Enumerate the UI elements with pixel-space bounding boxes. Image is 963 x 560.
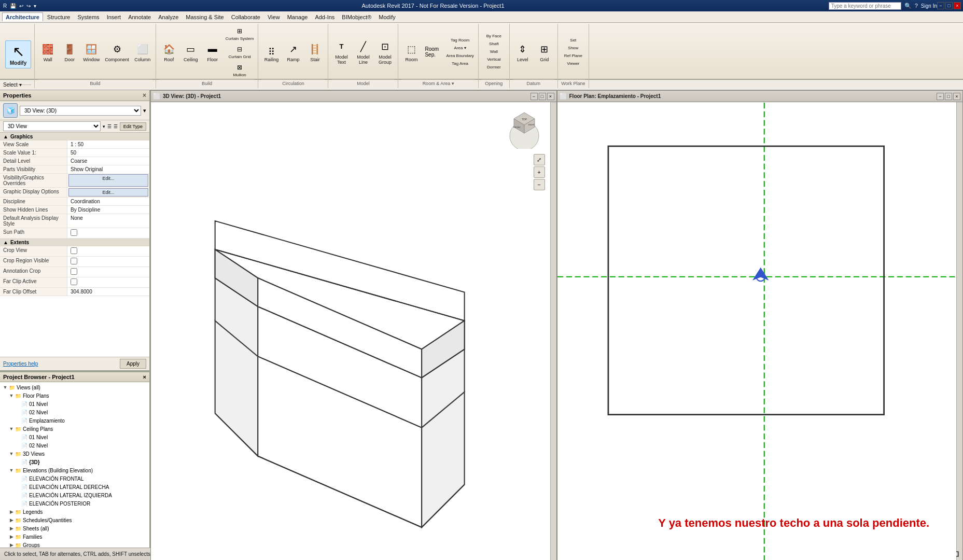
- zoom-extents-btn[interactable]: ⤢: [534, 154, 545, 165]
- tree-01-nivel[interactable]: 📄 01 Nivel: [0, 400, 149, 408]
- view-floor-vscroll[interactable]: [956, 102, 962, 560]
- tree-families[interactable]: ▶ 📁 Families: [0, 533, 149, 541]
- tree-sheets[interactable]: ▶ 📁 Sheets (all): [0, 524, 149, 533]
- tree-02-nivel[interactable]: 📄 02 Nivel: [0, 408, 149, 416]
- save-icon[interactable]: 💾: [9, 3, 17, 9]
- ramp-button[interactable]: ↗ Ramp: [283, 40, 303, 64]
- menu-massing[interactable]: Massing & Site: [183, 13, 227, 21]
- tree-ceiling-02-nivel[interactable]: 📄 02 Nivel: [0, 441, 149, 450]
- tag-area-button[interactable]: Tag Area: [445, 60, 474, 67]
- model-line-button[interactable]: ╱ ModelLine: [353, 37, 373, 66]
- menu-annotate[interactable]: Annotate: [125, 13, 154, 21]
- mullion-button[interactable]: ⊠ Mullion: [225, 61, 255, 78]
- tree-schedules[interactable]: ▶ 📁 Schedules/Quantities: [0, 516, 149, 524]
- roof-button[interactable]: 🏠 Roof: [159, 40, 179, 64]
- revit-logo[interactable]: R: [2, 3, 8, 9]
- tree-legends[interactable]: ▶ 📁 Legends: [0, 508, 149, 516]
- modify-button[interactable]: ↖ Modify: [5, 40, 31, 68]
- tree-3d-view[interactable]: 📄 {3D}: [0, 458, 149, 466]
- component-button[interactable]: ⚙ Component: [103, 40, 131, 64]
- view-dropdown[interactable]: 3D View: (3D): [20, 106, 141, 116]
- shaft-button[interactable]: Shaft: [485, 40, 503, 47]
- view-3d-min[interactable]: −: [531, 93, 538, 100]
- view-3d-close[interactable]: ×: [547, 93, 554, 100]
- show-button[interactable]: Show: [563, 45, 583, 51]
- tree-elev-lateral-der[interactable]: 📄 ELEVACIÓN LATERAL DERECHA: [0, 483, 149, 491]
- undo-icon[interactable]: ↩: [18, 3, 24, 9]
- curtain-grid-button[interactable]: ⊟ Curtain Grid: [225, 43, 255, 60]
- far-clip-checkbox[interactable]: [71, 278, 77, 285]
- floor-button[interactable]: ▬ Floor: [203, 40, 222, 64]
- redo-icon[interactable]: ↪: [25, 3, 32, 9]
- tree-emplazamiento[interactable]: 📄 Emplazamiento: [0, 416, 149, 425]
- close-button[interactable]: ×: [954, 2, 961, 9]
- railing-button[interactable]: ⣶ Railing: [261, 40, 281, 64]
- model-group-button[interactable]: ⊡ ModelGroup: [375, 37, 395, 66]
- crop-region-checkbox[interactable]: [71, 258, 77, 264]
- menu-collaborate[interactable]: Collaborate: [228, 13, 263, 21]
- zoom-in-btn[interactable]: +: [534, 166, 545, 178]
- menu-architecture[interactable]: Architecture: [2, 12, 43, 21]
- model-text-button[interactable]: T ModelText: [331, 37, 351, 66]
- window-button[interactable]: 🪟 Window: [81, 40, 101, 64]
- tree-3d-views[interactable]: ▼ 📁 3D Views: [0, 450, 149, 458]
- annotation-crop-checkbox[interactable]: [71, 268, 77, 275]
- menu-analyze[interactable]: Analyze: [155, 13, 182, 21]
- by-face-button[interactable]: By Face: [485, 33, 503, 39]
- curtain-system-button[interactable]: ⊞ Curtain System: [225, 25, 255, 42]
- menu-insert[interactable]: Insert: [104, 13, 124, 21]
- tree-floor-plans[interactable]: ▼ 📁 Floor Plans: [0, 391, 149, 400]
- tree-ceiling-01-nivel[interactable]: 📄 01 Nivel: [0, 433, 149, 441]
- properties-close-button[interactable]: ×: [143, 92, 146, 99]
- ceiling-button[interactable]: ▭ Ceiling: [181, 40, 201, 64]
- view-3d-canvas[interactable]: TOP FRONT RIGHT ⤢ + −: [151, 102, 550, 560]
- view-floor-min[interactable]: −: [937, 93, 944, 100]
- menu-addins[interactable]: Add-Ins: [312, 13, 338, 21]
- level-button[interactable]: ⇕ Level: [513, 40, 533, 64]
- view-floor-close[interactable]: ×: [953, 93, 960, 100]
- set-button[interactable]: Set: [563, 37, 583, 44]
- tree-views-all[interactable]: ▼ 📁 Views (all): [0, 383, 149, 391]
- tree-ceiling-plans[interactable]: ▼ 📁 Ceiling Plans: [0, 425, 149, 433]
- tree-elevations[interactable]: ▼ 📁 Elevations (Building Elevation): [0, 466, 149, 474]
- menu-structure[interactable]: Structure: [44, 13, 74, 21]
- wall-button[interactable]: 🧱 Wall: [38, 40, 58, 64]
- user-icon[interactable]: Sign In: [921, 3, 937, 9]
- zoom-out-btn[interactable]: −: [534, 179, 545, 190]
- navigation-cube[interactable]: TOP FRONT RIGHT: [504, 107, 545, 149]
- search-icon[interactable]: 🔍: [904, 3, 912, 9]
- edit-type-button[interactable]: Edit Type: [120, 122, 146, 131]
- menu-modify[interactable]: Modify: [375, 13, 398, 21]
- help-icon[interactable]: ?: [915, 3, 918, 9]
- more-tools-icon[interactable]: ▾: [33, 3, 37, 9]
- tag-room-button[interactable]: Tag Room: [445, 37, 474, 44]
- select-dropdown[interactable]: Select ▾: [3, 82, 22, 88]
- wall-opening-button[interactable]: Wall: [485, 48, 503, 55]
- browser-close-button[interactable]: ×: [143, 374, 146, 380]
- room-separator-button[interactable]: Room Sep.: [423, 43, 443, 61]
- properties-help-link[interactable]: Properties help: [3, 361, 38, 367]
- sun-path-checkbox[interactable]: [71, 229, 77, 236]
- stair-button[interactable]: 🪜 Stair: [305, 40, 325, 64]
- crop-view-checkbox[interactable]: [71, 247, 77, 254]
- tree-elev-posterior[interactable]: 📄 ELEVACIÓN POSTERIOR: [0, 499, 149, 508]
- search-input[interactable]: [829, 2, 901, 10]
- menu-systems[interactable]: Systems: [74, 13, 102, 21]
- tree-groups[interactable]: ▶ 📁 Groups: [0, 541, 149, 548]
- graphics-section-header[interactable]: ▲ Graphics: [0, 133, 149, 141]
- viewer-button[interactable]: Viewer: [563, 60, 583, 67]
- type-dropdown[interactable]: 3D View: [3, 121, 101, 131]
- tree-elev-frontal[interactable]: 📄 ELEVACIÓN FRONTAL: [0, 474, 149, 483]
- menu-view[interactable]: View: [264, 13, 283, 21]
- room-button[interactable]: ⬚ Room: [401, 40, 421, 64]
- extents-section-header[interactable]: ▲ Extents: [0, 239, 149, 246]
- ref-plane-button[interactable]: Ref Plane: [563, 52, 583, 59]
- view-3d-restore[interactable]: □: [539, 93, 546, 100]
- area-boundary-button[interactable]: Area Boundary: [445, 52, 474, 59]
- menu-bimobject[interactable]: BIMobject®: [339, 13, 374, 21]
- apply-button[interactable]: Apply: [120, 359, 146, 369]
- grid-button[interactable]: ⊞ Grid: [535, 40, 554, 64]
- vertical-button[interactable]: Vertical: [485, 56, 503, 63]
- view-3d-vscroll[interactable]: [550, 102, 556, 560]
- door-button[interactable]: 🚪 Door: [60, 40, 79, 64]
